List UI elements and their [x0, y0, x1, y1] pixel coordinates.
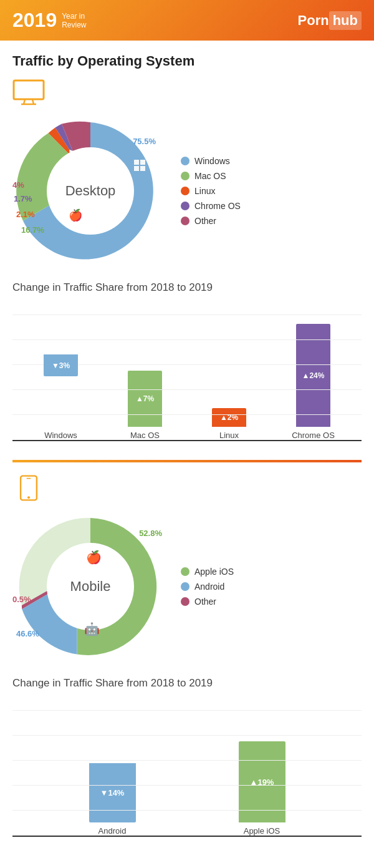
- svg-rect-8: [140, 166, 145, 171]
- mobile-bar-section: Change in Traffic Share from 2018 to 201…: [12, 677, 362, 837]
- main-content: Traffic by Operating System: [0, 41, 374, 868]
- bar-android: ▼14%: [89, 763, 136, 822]
- linux-pct: 2.1%: [16, 210, 35, 219]
- svg-rect-7: [134, 166, 139, 171]
- logo-part2: hub: [329, 11, 362, 30]
- header: 2019 Year in Review Porn hub: [0, 0, 374, 41]
- svg-text:🍎: 🍎: [69, 208, 83, 222]
- bar-label-chromeos: Chrome OS: [292, 431, 335, 440]
- legend-dot-chromeos: [181, 202, 189, 210]
- apple-pct: 52.8%: [139, 529, 162, 538]
- legend-android: Android: [181, 582, 234, 592]
- desktop-donut: 🍎 Desktop 75.5% 16.7% 2.1% 1.7% 4%: [12, 113, 168, 269]
- svg-point-4: [47, 147, 134, 235]
- mobile-donut: 🍎 🤖 Mobile 52.8% 46.6% 0.5%: [12, 509, 168, 665]
- other-pct: 4%: [12, 180, 24, 190]
- legend-windows: Windows: [181, 156, 241, 166]
- bar-label-linux: Linux: [219, 431, 239, 440]
- legend-dot-macos: [181, 172, 189, 180]
- legend-linux: Linux: [181, 186, 241, 196]
- legend-dot-windows: [181, 157, 189, 165]
- bar-label-android: Android: [98, 826, 127, 836]
- mobile-legend: Apple iOS Android Other: [181, 567, 234, 607]
- bar-group-android: ▼14% Android: [75, 700, 150, 836]
- legend-label-macos: Mac OS: [194, 171, 226, 181]
- year-label: 2019: [12, 9, 57, 32]
- bar-group-macos: ▲7% Mac OS: [117, 304, 173, 440]
- windows-pct: 75.5%: [133, 137, 156, 146]
- bar-macos: ▲7%: [128, 371, 162, 427]
- desktop-bar-title: Change in Traffic Share from 2018 to 201…: [12, 281, 362, 294]
- logo: Porn hub: [298, 11, 362, 30]
- svg-rect-5: [134, 160, 139, 165]
- desktop-legend: Windows Mac OS Linux Chrome OS Other: [181, 156, 241, 226]
- legend-apple-ios: Apple iOS: [181, 567, 234, 577]
- svg-text:🍎: 🍎: [86, 550, 102, 565]
- legend-label-linux: Linux: [194, 186, 215, 196]
- subtitle-line2: Review: [62, 21, 86, 29]
- legend-label-chromeos: Chrome OS: [194, 201, 241, 211]
- desktop-bar-section: Change in Traffic Share from 2018 to 201…: [12, 281, 362, 441]
- bar-label-macos: Mac OS: [130, 431, 160, 440]
- legend-dot-other-desktop: [181, 217, 189, 225]
- subtitle-line1: Year in: [62, 12, 86, 21]
- legend-dot-linux: [181, 187, 189, 195]
- section-divider: [12, 460, 362, 462]
- desktop-chart-area: 🍎 Desktop 75.5% 16.7% 2.1% 1.7% 4% Windo…: [12, 113, 362, 269]
- macos-pct: 16.7%: [21, 225, 44, 235]
- mobile-icon: [12, 475, 45, 501]
- legend-label-apple: Apple iOS: [194, 567, 234, 577]
- android-pct: 46.6%: [16, 629, 39, 638]
- legend-label-other-mobile: Other: [194, 597, 216, 607]
- bar-chromeos: ▲24%: [296, 324, 330, 427]
- legend-dot-other-mobile: [181, 597, 189, 606]
- mobile-bar-title: Change in Traffic Share from 2018 to 201…: [12, 677, 362, 690]
- legend-label-windows: Windows: [194, 156, 230, 166]
- legend-dot-android: [181, 582, 189, 591]
- legend-label-other-desktop: Other: [194, 216, 216, 226]
- bar-group-chromeos: ▲24% Chrome OS: [285, 304, 342, 440]
- header-left: 2019 Year in Review: [12, 9, 87, 32]
- bar-group-linux: ▲2% Linux: [201, 304, 257, 440]
- logo-part1: Porn: [298, 12, 329, 29]
- bar-linux: ▲2%: [212, 408, 246, 427]
- mobile-chart-area: 🍎 🤖 Mobile 52.8% 46.6% 0.5% Apple iOS An…: [12, 509, 362, 665]
- bar-label-apple: Apple iOS: [244, 826, 280, 836]
- desktop-icon: [12, 79, 45, 105]
- svg-rect-0: [14, 80, 44, 99]
- desktop-section-title: Traffic by Operating System: [12, 53, 362, 69]
- legend-other-desktop: Other: [181, 216, 241, 226]
- desktop-bar-chart: ▼3% Windows ▲7% Mac OS ▲2% Linux: [12, 304, 362, 441]
- legend-chromeos: Chrome OS: [181, 201, 241, 211]
- bar-windows: ▼3%: [44, 354, 78, 376]
- header-subtitle-block: Year in Review: [62, 12, 86, 29]
- legend-label-android: Android: [194, 582, 224, 592]
- bar-group-apple: ▲19% Apple iOS: [224, 700, 299, 836]
- legend-macos: Mac OS: [181, 171, 241, 181]
- svg-rect-6: [140, 160, 145, 165]
- legend-dot-apple: [181, 567, 189, 576]
- svg-text:🤖: 🤖: [84, 622, 100, 636]
- legend-other-mobile: Other: [181, 597, 234, 607]
- chromeos-pct: 1.7%: [14, 194, 32, 203]
- bar-group-windows: ▼3% Windows: [33, 304, 89, 440]
- mobile-other-pct: 0.5%: [12, 595, 31, 604]
- bar-apple: ▲19%: [239, 741, 285, 822]
- mobile-bar-chart: ▼14% Android ▲19% Apple iOS: [12, 700, 362, 837]
- svg-point-12: [27, 496, 30, 499]
- bar-wrapper-windows: ▼3%: [33, 304, 89, 427]
- bar-label-windows: Windows: [44, 431, 77, 440]
